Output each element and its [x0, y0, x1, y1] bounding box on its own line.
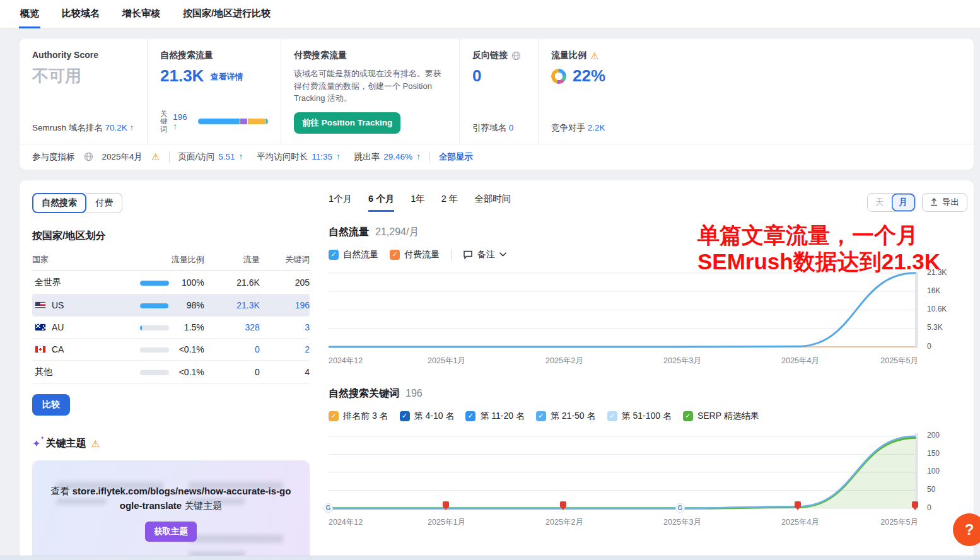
keywords-chart-legend: ✓排名前 3 名✓第 4-10 名✓第 11-20 名✓第 21-50 名✓第 … [329, 411, 759, 422]
country-keywords[interactable]: 4 [260, 360, 310, 383]
country-name: 全世界 [35, 277, 61, 288]
legend-checkbox[interactable]: ✓ [400, 411, 410, 421]
legend-checkbox[interactable]: ✓ [329, 411, 339, 421]
ref-domains-value[interactable]: 0 [509, 123, 514, 132]
country-row[interactable]: US 98% 21.3K 196 [32, 294, 310, 316]
note-marker[interactable] [912, 501, 918, 508]
country-traffic[interactable]: 0 [204, 360, 260, 383]
country-keywords[interactable]: 196 [260, 294, 310, 316]
legend-checkbox[interactable]: ✓ [607, 411, 617, 421]
warning-icon: ⚠ [151, 152, 160, 161]
country-keywords[interactable]: 2 [260, 338, 310, 360]
google-update-marker[interactable]: G [675, 503, 685, 513]
legend-item[interactable]: ✓第 21-50 名 [536, 411, 596, 422]
legend-item[interactable]: ✓第 11-20 名 [465, 411, 525, 422]
traffic-share-bar [140, 347, 169, 353]
country-keywords[interactable]: 3 [260, 316, 310, 338]
nav-tab[interactable]: 增长审核 [121, 0, 161, 28]
keywords-count[interactable]: 196 [173, 112, 187, 122]
keywords-chart-title: 自然搜索关键词 [329, 387, 399, 400]
competitors-value[interactable]: 2.2K [588, 123, 605, 132]
country-traffic[interactable]: 328 [204, 316, 260, 338]
nav-tabs-mount: 概览比较域名增长审核按国家/地区进行比较 [19, 0, 272, 28]
country-row[interactable]: AU 1.5% 328 3 [32, 316, 310, 338]
organic-toggle[interactable]: 自然搜索 [32, 193, 86, 213]
traffic-share-bar [140, 370, 169, 375]
note-marker[interactable] [795, 501, 801, 508]
traffic-share-block: 流量比例 ⚠ 22% 竞争对手 2.2K [538, 38, 974, 144]
notes-control[interactable]: 备注 [463, 249, 506, 260]
nav-tab[interactable]: 按国家/地区进行比较 [182, 0, 272, 28]
country-keywords[interactable]: 205 [260, 271, 310, 294]
countries-table: 国家 流量比例 流量 关键词 全世界 100% 21.6K 205 US [32, 250, 310, 384]
time-range-tab[interactable]: 1个月 [329, 193, 352, 212]
legend-item[interactable]: ✓自然流量 [329, 249, 378, 260]
legend-item[interactable]: ✓第 4-10 名 [400, 411, 455, 422]
bottom-strip [0, 556, 980, 560]
export-icon [930, 198, 938, 206]
legend-checkbox[interactable]: ✓ [683, 411, 693, 421]
backlinks-value: 0 [472, 66, 525, 86]
keywords-distribution-bar [198, 119, 269, 124]
engagement-stat: 页面/访问5.51↑ [178, 151, 243, 163]
country-traffic[interactable]: 21.3K [204, 294, 260, 316]
position-tracking-button[interactable]: 前往 Position Tracking [294, 112, 400, 134]
organic-traffic-chart-value: 21,294/月 [375, 226, 419, 239]
organic-traffic-chart[interactable] [329, 271, 918, 349]
country-row[interactable]: 全世界 100% 21.6K 205 [32, 271, 310, 294]
country-traffic[interactable]: 0 [204, 338, 260, 360]
time-range-tab[interactable]: 2 年 [441, 193, 458, 212]
domain-metrics-card: Authority Score 不可用 Semrush 域名排名 70.2K ↑… [19, 38, 974, 170]
country-name: CA [52, 344, 64, 354]
note-marker[interactable] [443, 501, 449, 508]
help-button[interactable]: ? [953, 513, 980, 546]
engagement-date: 2025年4月 [102, 151, 143, 163]
legend-item[interactable]: ✓付费流量 [390, 249, 440, 260]
legend-item[interactable]: ✓第 51-100 名 [607, 411, 672, 422]
legend-item[interactable]: ✓SERP 精选结果 [683, 411, 759, 422]
legend-checkbox[interactable]: ✓ [390, 250, 400, 260]
compare-button[interactable]: 比较 [32, 394, 70, 416]
warning-icon: ⚠ [590, 51, 598, 61]
legend-label: 自然流量 [343, 249, 378, 260]
time-range-tab[interactable]: 1年 [411, 193, 425, 212]
day-toggle[interactable]: 天 [868, 194, 892, 211]
traffic-share-value: 22% [573, 66, 605, 86]
organic-traffic-chart-title: 自然流量 [329, 226, 369, 239]
nav-tab[interactable]: 比较域名 [61, 0, 101, 28]
paid-traffic-block: 付费搜索流量 该域名可能是新的或现在没有排名。要获得付费流量的数据，创建一个 P… [281, 38, 459, 144]
month-toggle[interactable]: 月 [892, 194, 916, 211]
google-update-marker[interactable]: G [324, 503, 333, 513]
legend-checkbox[interactable]: ✓ [329, 250, 339, 260]
legend-item[interactable]: ✓排名前 3 名 [329, 411, 388, 422]
get-topics-button[interactable]: 获取主题 [145, 522, 197, 542]
show-all-link[interactable]: 全部显示 [439, 151, 473, 163]
paid-toggle[interactable]: 付费 [86, 193, 122, 213]
country-flag-icon [35, 346, 46, 353]
x-axis-labels: 2024年122025年1月2025年2月2025年3月2025年4月2025年… [329, 517, 918, 528]
export-button[interactable]: 导出 [922, 193, 967, 212]
legend-checkbox[interactable]: ✓ [536, 411, 546, 421]
nav-tab[interactable]: 概览 [19, 0, 40, 28]
countries-panel: 自然搜索 付费 按国家/地区划分 国家 流量比例 流量 关键词 全世界 100%… [32, 193, 310, 560]
engagement-stat: 平均访问时长11:35↑ [257, 151, 341, 163]
country-row[interactable]: CA <0.1% 0 2 [32, 338, 310, 360]
country-row[interactable]: 其他 <0.1% 0 4 [32, 360, 310, 383]
engagement-label: 参与度指标 [32, 151, 75, 163]
time-range-tab[interactable]: 6 个月 [368, 193, 394, 212]
country-flag-icon [35, 324, 46, 331]
traffic-overview-card: 自然搜索 付费 按国家/地区划分 国家 流量比例 流量 关键词 全世界 100%… [19, 180, 974, 560]
semrush-rank-value[interactable]: 70.2K [105, 123, 127, 132]
time-range-tab[interactable]: 全部时间 [474, 193, 511, 212]
notes-bubble-icon [463, 250, 473, 259]
keywords-chart[interactable]: GG [329, 432, 918, 511]
traffic-share-pct: 98% [172, 300, 204, 310]
legend-checkbox[interactable]: ✓ [465, 411, 475, 421]
view-details-link[interactable]: 查看详情 [210, 71, 243, 83]
paid-traffic-title: 付费搜索流量 [294, 50, 446, 61]
country-traffic[interactable]: 21.6K [204, 271, 260, 294]
note-marker[interactable] [560, 501, 566, 508]
countries-table-header: 国家 流量比例 流量 关键词 [32, 250, 310, 271]
engagement-stats-mount: 页面/访问5.51↑平均访问时长11:35↑跳出率29.46%↑ [178, 151, 421, 163]
warning-icon: ⚠ [91, 439, 99, 448]
